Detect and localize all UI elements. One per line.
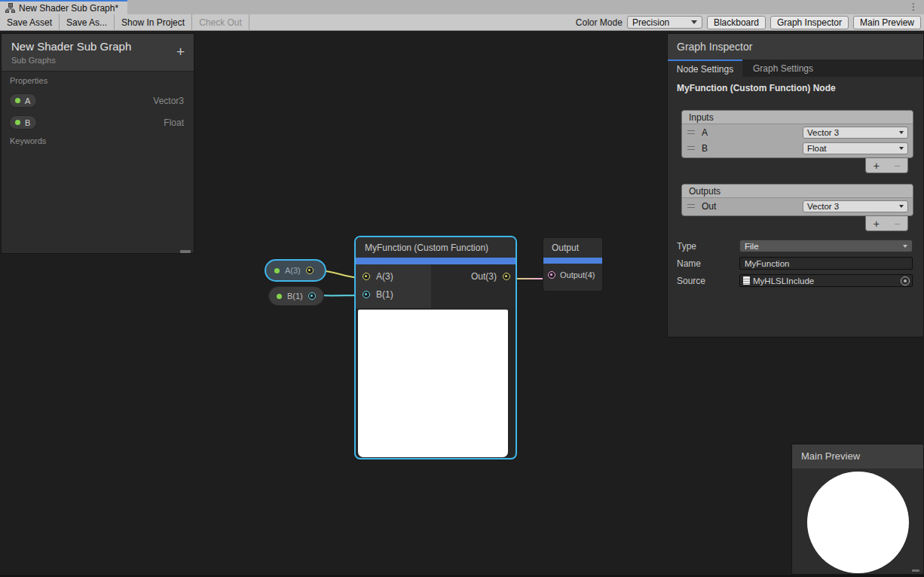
chevron-down-icon: [691, 20, 697, 24]
chevron-down-icon: [899, 205, 904, 208]
type-dropdown[interactable]: File: [739, 240, 913, 252]
blackboard-row-b: B Float: [9, 115, 184, 130]
chevron-down-icon: [899, 131, 904, 134]
row-name: A: [702, 127, 708, 138]
row-name: Out: [702, 201, 716, 212]
blackboard-header[interactable]: New Shader Sub Graph Sub Graphs +: [2, 34, 194, 72]
window-title-bar: New Shader Sub Graph* ⋮: [0, 0, 924, 14]
inputs-row-a[interactable]: A Vector 3: [682, 124, 913, 140]
chevron-down-icon: [899, 147, 904, 150]
property-node-label: B(1): [287, 292, 303, 301]
source-object-field[interactable]: MyHLSLInclude: [739, 274, 913, 287]
port-dot: [311, 295, 313, 297]
main-preview-panel: Main Preview: [791, 444, 924, 575]
chevron-down-icon: [903, 245, 907, 248]
property-type: Vector3: [153, 96, 184, 106]
save-asset-button[interactable]: Save Asset: [0, 14, 60, 31]
preview-sphere[interactable]: [807, 472, 909, 573]
output-node[interactable]: Output Output(4): [543, 237, 603, 292]
color-mode-dropdown[interactable]: Precision: [627, 16, 702, 29]
exposed-dot-icon: [15, 120, 20, 125]
dropdown-value: Vector 3: [807, 128, 839, 137]
graph-inspector-panel: Graph Inspector Node Settings Graph Sett…: [667, 33, 924, 337]
blackboard-resize-handle[interactable]: [180, 250, 191, 253]
inputs-list-header: Inputs: [682, 111, 913, 124]
input-port-b[interactable]: [363, 291, 370, 298]
add-output-button[interactable]: +: [874, 217, 880, 230]
node-title-bar[interactable]: MyFunction (Custom Function): [356, 237, 516, 258]
input-port-label: B(1): [376, 289, 393, 300]
document-tab[interactable]: New Shader Sub Graph*: [0, 0, 127, 14]
tab-node-settings[interactable]: Node Settings: [668, 60, 742, 77]
blackboard-row-a: A Vector3: [9, 93, 184, 108]
inspector-title: Graph Inspector: [677, 41, 752, 53]
remove-output-button[interactable]: −: [894, 217, 900, 230]
show-in-project-button[interactable]: Show In Project: [115, 14, 192, 31]
outputs-list-footer: + −: [865, 216, 908, 231]
blackboard-toggle-button[interactable]: Blackboard: [707, 16, 766, 29]
node-port-area: A(3) B(1) Out(3): [356, 264, 516, 308]
kebab-menu-icon[interactable]: ⋮: [909, 1, 918, 13]
node-title: Output: [552, 243, 579, 253]
port-dot: [550, 273, 552, 276]
property-type: Float: [164, 118, 184, 128]
drag-handle-icon[interactable]: [687, 130, 695, 134]
property-node-b[interactable]: B(1): [268, 286, 324, 306]
main-preview-toggle-button[interactable]: Main Preview: [853, 16, 921, 29]
property-name: A: [25, 96, 30, 105]
check-out-button[interactable]: Check Out: [192, 14, 249, 31]
outputs-row-out[interactable]: Out Vector 3: [682, 198, 913, 214]
exposed-dot-icon: [274, 268, 280, 273]
blackboard-property-b[interactable]: B: [9, 115, 37, 130]
preview-resize-handle[interactable]: [912, 569, 919, 572]
blackboard-title: New Shader Sub Graph: [11, 40, 131, 53]
dropdown-value: Float: [807, 144, 827, 153]
add-input-button[interactable]: +: [874, 159, 880, 172]
name-label: Name: [677, 258, 701, 269]
inputs-list-footer: + −: [865, 158, 908, 173]
selected-node-header: MyFunction (Custom Function) Node: [677, 83, 836, 93]
input-b-type-dropdown[interactable]: Float: [803, 142, 908, 154]
tab-label: Graph Settings: [753, 63, 813, 74]
graph-inspector-toggle-button[interactable]: Graph Inspector: [770, 16, 849, 29]
node-preview[interactable]: [358, 310, 508, 457]
name-field-value: MyFunction: [745, 259, 789, 268]
custom-function-node[interactable]: MyFunction (Custom Function) A(3) B(1) O…: [354, 236, 517, 459]
node-title-bar[interactable]: Output: [543, 238, 602, 258]
blackboard-panel: New Shader Sub Graph Sub Graphs + Proper…: [1, 33, 194, 254]
port-dot: [308, 269, 311, 271]
name-field[interactable]: MyFunction: [739, 257, 913, 270]
shader-graph-window: A(3) B(1) MyFunction (Custom Function) A…: [0, 0, 924, 577]
keywords-section-label: Keywords: [10, 136, 46, 145]
tab-label: Node Settings: [677, 64, 733, 75]
drag-handle-icon[interactable]: [687, 204, 695, 208]
inspector-header[interactable]: Graph Inspector: [668, 34, 923, 60]
exposed-dot-icon: [277, 294, 282, 299]
property-node-label: A(3): [285, 266, 301, 275]
output-out-type-dropdown[interactable]: Vector 3: [803, 200, 908, 212]
remove-input-button[interactable]: −: [894, 159, 900, 172]
inputs-row-b[interactable]: B Float: [682, 140, 913, 156]
property-a-output-port[interactable]: [306, 267, 314, 274]
properties-section-label: Properties: [10, 76, 47, 85]
drag-handle-icon[interactable]: [687, 146, 695, 150]
property-b-output-port[interactable]: [308, 292, 316, 300]
input-port-label: A(3): [376, 271, 393, 282]
color-mode-label: Color Mode: [576, 17, 623, 28]
tab-graph-settings[interactable]: Graph Settings: [742, 60, 824, 77]
object-picker-icon[interactable]: [901, 276, 910, 285]
input-a-type-dropdown[interactable]: Vector 3: [803, 127, 908, 139]
blackboard-property-a[interactable]: A: [9, 93, 37, 108]
output-port-label: Out(3): [471, 271, 497, 282]
output-node-input-port[interactable]: [548, 271, 555, 279]
row-name: B: [702, 143, 708, 154]
save-as-button[interactable]: Save As...: [60, 14, 115, 31]
toolbar: Save Asset Save As... Show In Project Ch…: [0, 14, 924, 31]
exposed-dot-icon: [15, 98, 20, 103]
add-property-button[interactable]: +: [176, 44, 185, 59]
output-port-out[interactable]: [503, 273, 510, 280]
input-port-a[interactable]: [363, 273, 370, 280]
property-node-a[interactable]: A(3): [265, 259, 326, 282]
sub-graph-asset-icon: [5, 3, 15, 13]
main-preview-header[interactable]: Main Preview: [792, 444, 923, 469]
